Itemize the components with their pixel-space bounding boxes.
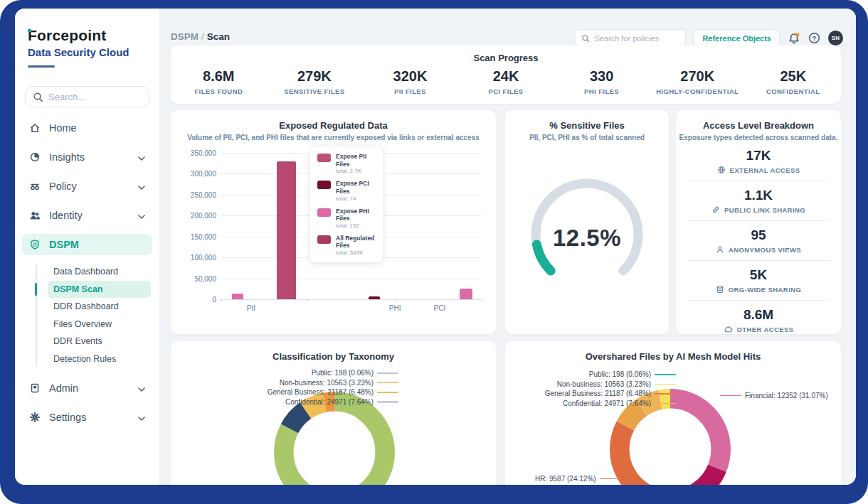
gauge: 12.5% — [516, 163, 658, 306]
classification-taxonomy-card: Classification by Taxonomy Public: 198 (… — [171, 341, 496, 485]
chart-subtitle: PII, PCI, PHI as % of total scanned — [505, 134, 669, 141]
brand-underline — [28, 65, 55, 68]
divider — [687, 300, 830, 301]
stat-value: 330 — [554, 68, 650, 85]
legend-item: Expose PII Filestotal: 2.7K — [317, 153, 376, 174]
submenu-item-files-overview[interactable]: Files Overview — [48, 316, 151, 333]
x-axis-label: PII — [247, 304, 255, 312]
sidebar-item-label: Admin — [49, 382, 78, 394]
submenu-item-ddr-events[interactable]: DDR Events — [48, 333, 151, 350]
brand-block: Forcepoint Data Security Cloud — [15, 27, 159, 68]
y-axis-label: 50,000 — [174, 275, 216, 283]
chevron-down-icon — [138, 151, 145, 163]
svg-text:?: ? — [813, 35, 817, 42]
leader-line — [655, 393, 676, 395]
leader-line — [600, 478, 621, 480]
y-axis-label: 0 — [174, 296, 216, 304]
stat-label: SENSITIVE FILES — [267, 87, 363, 95]
globe-icon — [717, 166, 726, 174]
divider — [687, 220, 830, 221]
stat-label: CONFIDENTIAL — [745, 87, 841, 95]
link-icon — [711, 205, 720, 214]
access-label: PUBLIC LINK SHARING — [724, 206, 805, 214]
help-button[interactable]: ? — [808, 32, 820, 44]
chart-title: % Sensitive Files — [505, 120, 669, 131]
chart-subtitle: Volume of PII, PCI, and PHI files that a… — [171, 134, 496, 141]
search-icon — [33, 92, 43, 102]
header-controls: Reference Objects ? SN — [575, 29, 843, 47]
stat-value: 8.6M — [171, 68, 267, 85]
pie-label: HR: 9587 (24.12%) — [535, 475, 596, 483]
legend-label: Expose PII Files — [336, 153, 376, 168]
access-label: OTHER ACCESS — [737, 326, 794, 333]
financial-label: Financial: 12352 (31.07%) — [720, 392, 828, 400]
access-row: 1.1K PUBLIC LINK SHARING — [676, 188, 841, 214]
pie-label: General Business: 21187 (6.48%) — [545, 390, 651, 397]
policy-search[interactable] — [575, 29, 686, 47]
sidebar-item-policy[interactable]: Policy — [22, 176, 152, 197]
scan-stat: 270KHIGHLY-CONFIDENTIAL — [650, 68, 746, 95]
legend-swatch — [317, 235, 331, 244]
brand-logo: Forcepoint — [28, 27, 147, 44]
scan-stat: 8.6MFILES FOUND — [171, 68, 267, 95]
submenu-active-indicator — [35, 283, 37, 296]
home-icon — [29, 122, 41, 134]
chart-title: Access Level Breakdown — [676, 120, 841, 131]
legend-swatch — [317, 181, 331, 189]
stat-value: 270K — [650, 68, 746, 85]
app-window: Forcepoint Data Security Cloud Home Insi… — [15, 9, 856, 485]
bell-icon — [788, 32, 800, 45]
policy-search-input[interactable] — [594, 34, 679, 43]
reference-objects-button[interactable]: Reference Objects — [694, 29, 780, 47]
stat-label: PHI FILES — [554, 87, 650, 95]
leader-line — [377, 392, 398, 393]
legend-item: All Regulated Filestotal: 343K — [317, 235, 376, 256]
stat-value: 279K — [267, 68, 363, 85]
sidebar-item-identity[interactable]: Identity — [22, 205, 152, 226]
sidebar-item-home[interactable]: Home — [22, 117, 152, 139]
submenu-label: Detection Rules — [53, 354, 116, 364]
chevron-down-icon — [138, 412, 145, 423]
sidebar-item-admin[interactable]: Admin — [22, 377, 152, 399]
sidebar-item-label: Identity — [49, 210, 83, 221]
bar-chart-legend: Expose PII Filestotal: 2.7K Expose PCI F… — [309, 146, 383, 263]
taxonomy-labels: Public: 198 (0.06%) Non-business: 10563 … — [178, 368, 398, 407]
legend-swatch — [317, 154, 331, 162]
stat-value: 320K — [362, 68, 458, 85]
legend-total: total: 74 — [336, 195, 376, 202]
avatar[interactable]: SN — [828, 31, 843, 45]
notifications-button[interactable] — [788, 32, 800, 45]
sidebar-item-label: Home — [49, 122, 77, 134]
sidebar-item-label: DSPM — [49, 239, 79, 250]
leader-line — [377, 372, 398, 374]
leader-line — [655, 403, 676, 404]
legend-total: total: 343K — [336, 250, 376, 256]
sidebar-search[interactable] — [25, 86, 149, 107]
brand-product: Data Security Cloud — [28, 46, 147, 58]
leader-line — [655, 384, 676, 385]
sidebar-item-dspm[interactable]: @ DSPM — [22, 234, 152, 255]
submenu-item-ddr-dashboard[interactable]: DDR Dashboard — [48, 298, 151, 316]
overshared-labels: Public: 198 (0.06%) Non-business: 10563 … — [512, 370, 676, 408]
access-label: ORG-WIDE SHARING — [729, 286, 801, 294]
pie-label: Non-business: 10563 (3.23%) — [557, 380, 651, 388]
sidebar-search-input[interactable] — [48, 92, 142, 102]
legend-label: All Regulated Files — [336, 235, 376, 250]
breadcrumb-section[interactable]: DSPM — [171, 31, 199, 42]
chart-subtitle: Exposure types detected across scanned d… — [676, 134, 841, 141]
database-icon — [716, 285, 724, 294]
sidebar-item-settings[interactable]: Settings — [22, 407, 152, 428]
cloud-icon — [724, 325, 733, 334]
leader-line — [377, 382, 398, 384]
submenu-label: Data Dashboard — [53, 267, 118, 277]
chart-title: Exposed Regulated Data — [171, 120, 496, 131]
submenu-item-detection-rules[interactable]: Detection Rules — [48, 350, 151, 368]
access-value: 8.6M — [676, 307, 841, 323]
stat-value: 24K — [458, 68, 554, 85]
sidebar-item-insights[interactable]: Insights — [22, 146, 152, 168]
search-icon — [581, 34, 590, 43]
submenu-item-data-dashboard[interactable]: Data Dashboard — [48, 263, 151, 281]
sidebar-nav-bottom: Admin Settings — [15, 377, 159, 428]
submenu-item-dspm-scan[interactable]: DSPM Scan — [48, 281, 151, 299]
scan-progress-card: Scan Progress 8.6MFILES FOUND279KSENSITI… — [171, 45, 841, 104]
